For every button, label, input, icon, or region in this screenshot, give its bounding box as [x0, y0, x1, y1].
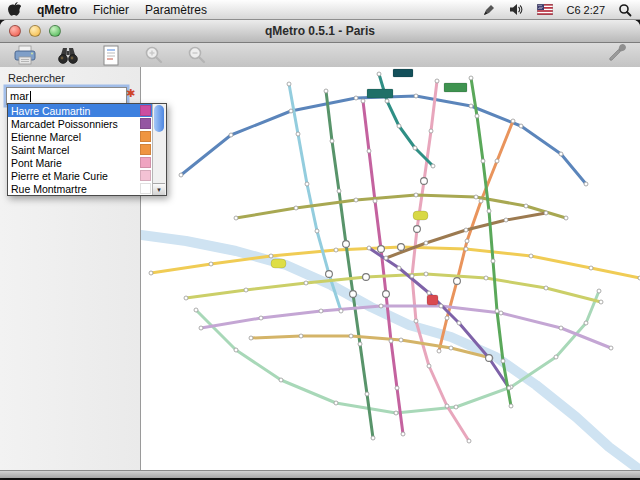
- search-result-item[interactable]: Havre Caumartin: [8, 104, 152, 117]
- spotlight-search-icon[interactable]: [618, 3, 632, 17]
- station-name: Rue Montmartre: [11, 183, 140, 195]
- line-color-chip: [140, 170, 151, 181]
- menu-app-qmetro[interactable]: qMetro: [37, 3, 77, 17]
- volume-icon[interactable]: [509, 3, 524, 16]
- minimize-button[interactable]: [29, 25, 41, 37]
- close-button[interactable]: [9, 25, 21, 37]
- station-name: Havre Caumartin: [11, 105, 140, 117]
- route-sheet-button[interactable]: [98, 44, 124, 66]
- metro-map-view[interactable]: [141, 67, 640, 470]
- print-button[interactable]: [12, 44, 38, 66]
- line-color-chip: [140, 144, 151, 155]
- window-titlebar[interactable]: qMetro 0.5.1 - Paris: [0, 20, 640, 43]
- menu-parametres[interactable]: Paramètres: [145, 3, 207, 17]
- station-name: Pont Marie: [11, 157, 140, 169]
- zoom-button[interactable]: [49, 25, 61, 37]
- search-result-item[interactable]: Saint Marcel: [8, 143, 152, 156]
- search-result-item[interactable]: Etienne Marcel: [8, 130, 152, 143]
- text-caret: [30, 91, 31, 102]
- menu-clock[interactable]: C6 2:27: [566, 4, 605, 16]
- zoom-out-button[interactable]: [184, 44, 210, 66]
- apple-menu-icon[interactable]: [8, 2, 21, 17]
- input-language-flag-icon[interactable]: [537, 4, 553, 15]
- search-input-value: mar: [10, 90, 29, 102]
- desktop: qMetro Fichier Paramètres: [0, 0, 640, 480]
- paris-metro-map: [141, 67, 640, 470]
- zoom-in-button[interactable]: [141, 44, 167, 66]
- window-bottom-frame[interactable]: [0, 470, 640, 478]
- scroll-down-arrow-icon[interactable]: ▼: [153, 183, 165, 195]
- station-name: Pierre et Marie Curie: [11, 170, 140, 182]
- scrollbar-thumb[interactable]: [154, 105, 164, 132]
- window-controls: [9, 25, 61, 37]
- line-color-chip: [140, 157, 151, 168]
- search-results-list: Havre CaumartinMarcadet PoissonniersEtie…: [8, 104, 152, 195]
- line-color-chip: [140, 118, 151, 129]
- station-name: Saint Marcel: [11, 144, 140, 156]
- search-result-item[interactable]: Pierre et Marie Curie: [8, 169, 152, 182]
- menu-fichier[interactable]: Fichier: [93, 3, 129, 17]
- line-color-chip: [140, 131, 151, 142]
- station-name: Etienne Marcel: [11, 131, 140, 143]
- preferences-wrench-icon[interactable]: [602, 44, 628, 66]
- dropdown-scrollbar[interactable]: ▼: [152, 104, 166, 195]
- apple-logo-icon: [8, 2, 21, 17]
- station-name: Marcadet Poissonniers: [11, 118, 140, 130]
- search-clear-star-icon[interactable]: ✱: [126, 88, 135, 99]
- toolbar: [0, 43, 640, 68]
- find-binoculars-button[interactable]: [55, 44, 81, 66]
- search-result-item[interactable]: Pont Marie: [8, 156, 152, 169]
- line-color-chip: [140, 183, 151, 194]
- line-color-chip: [140, 105, 151, 116]
- search-result-item[interactable]: Marcadet Poissonniers: [8, 117, 152, 130]
- search-result-item[interactable]: Rue Montmartre: [8, 182, 152, 195]
- pen-icon[interactable]: [482, 3, 496, 17]
- menu-bar: qMetro Fichier Paramètres: [0, 0, 640, 20]
- search-results-dropdown: Havre CaumartinMarcadet PoissonniersEtie…: [7, 103, 167, 196]
- qmetro-window: qMetro 0.5.1 - Paris: [0, 20, 640, 478]
- window-title: qMetro 0.5.1 - Paris: [265, 24, 375, 38]
- search-label: Rechercher: [8, 72, 65, 84]
